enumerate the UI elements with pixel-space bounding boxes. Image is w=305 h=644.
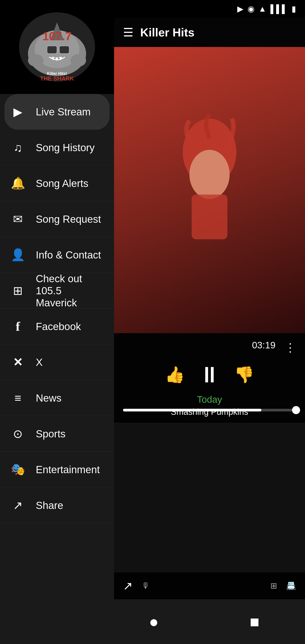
menu-label-share: Share — [36, 499, 63, 512]
menu-label-news: News — [36, 392, 62, 404]
svg-point-1 — [190, 150, 230, 199]
station-logo: Killer Hits! 107.7 THE SHARK — [14, 7, 100, 87]
progress-thumb[interactable] — [292, 406, 300, 414]
menu-label-check-maverick: Check out 105.5 Maverick — [36, 272, 105, 309]
menu-label-song-request: Song Request — [36, 213, 101, 225]
menu-item-news[interactable]: ≡News — [0, 380, 114, 416]
menu-icon-song-history: ♫ — [9, 139, 27, 156]
hamburger-icon[interactable]: ☰ — [123, 26, 134, 39]
menu-item-song-alerts[interactable]: 🔔Song Alerts — [0, 166, 114, 201]
menu-icon-share: ↗ — [9, 496, 27, 514]
menu-icon-news: ≡ — [9, 389, 27, 407]
svg-point-13 — [28, 54, 44, 67]
menu-icon-x-twitter: ✕ — [9, 353, 27, 371]
menu-list: ▶Live Stream♫Song History🔔Song Alerts✉So… — [0, 94, 114, 523]
location-icon: ◉ — [248, 4, 254, 14]
menu-item-x-twitter[interactable]: ✕X — [0, 344, 114, 380]
menu-label-song-history: Song History — [36, 142, 94, 154]
logo-container: Killer Hits! 107.7 THE SHARK — [14, 7, 100, 87]
menu-icon-facebook: f — [9, 318, 27, 336]
video-person — [114, 47, 305, 333]
share-icon[interactable]: ↗ — [123, 579, 133, 592]
grid-icon[interactable]: ⊞ — [270, 581, 277, 590]
recents-button[interactable]: ■ — [250, 612, 260, 631]
menu-item-entertainment[interactable]: 🎭Entertainment — [0, 452, 114, 488]
menu-item-facebook[interactable]: fFacebook — [0, 308, 114, 344]
menu-icon-song-request: ✉ — [9, 210, 27, 228]
app-header: ☰ Killer Hits — [114, 18, 305, 47]
menu-icon-check-maverick: ⊞ — [9, 282, 27, 300]
player-area: 03:19 ⋮ 👍 ⏸ 👎 Today Smashing Pumpkins — [114, 333, 305, 422]
podcast-icon[interactable]: 🎙 — [142, 581, 150, 590]
home-button[interactable]: ● — [149, 612, 159, 631]
pause-button[interactable]: ⏸ — [198, 362, 221, 388]
player-controls: 👍 ⏸ 👎 — [123, 362, 296, 388]
drawer-overlay: Killer Hits! 107.7 THE SHARK ▶Live Strea… — [0, 0, 114, 644]
menu-item-info-contact[interactable]: 👤Info & Contact — [0, 237, 114, 273]
player-today-label: Today — [123, 394, 296, 405]
more-options-button[interactable]: ⋮ — [284, 341, 296, 354]
svg-text:107.7: 107.7 — [42, 30, 72, 43]
svg-rect-2 — [192, 194, 228, 239]
menu-icon-info-contact: 👤 — [9, 246, 27, 264]
player-progress-bar[interactable] — [123, 409, 296, 412]
bottom-bar: ↗ 🎙 ⊞ 📇 — [114, 572, 305, 599]
menu-label-live-stream: Live Stream — [36, 106, 90, 118]
contact-card-icon[interactable]: 📇 — [286, 581, 296, 590]
menu-item-check-maverick[interactable]: ⊞Check out 105.5 Maverick — [0, 273, 114, 308]
menu-item-live-stream[interactable]: ▶Live Stream — [4, 94, 110, 130]
player-song-info: Today Smashing Pumpkins — [123, 394, 296, 417]
menu-icon-song-alerts: 🔔 — [9, 174, 27, 192]
status-icons: ▶ ◉ ▲ ▌▌▌ ▮ — [237, 4, 296, 14]
menu-item-sports[interactable]: ⊙Sports — [0, 416, 114, 452]
menu-icon-live-stream: ▶ — [9, 103, 27, 121]
player-time: 03:19 — [252, 340, 276, 350]
thumbsdown-button[interactable]: 👎 — [234, 365, 254, 384]
menu-label-x-twitter: X — [36, 356, 43, 368]
menu-icon-entertainment: 🎭 — [9, 461, 27, 478]
svg-rect-7 — [47, 46, 57, 54]
video-area — [114, 47, 305, 333]
battery-icon: ▮ — [292, 4, 296, 14]
menu-label-facebook: Facebook — [36, 320, 81, 332]
menu-item-song-request[interactable]: ✉Song Request — [0, 201, 114, 237]
logo-area: Killer Hits! 107.7 THE SHARK — [0, 0, 114, 94]
menu-label-info-contact: Info & Contact — [36, 249, 101, 261]
thumbsup-button[interactable]: 👍 — [165, 365, 185, 384]
menu-item-song-history[interactable]: ♫Song History — [0, 130, 114, 166]
signal-icon: ▌▌▌ — [270, 4, 288, 14]
menu-label-entertainment: Entertainment — [36, 464, 100, 476]
menu-icon-sports: ⊙ — [9, 425, 27, 443]
menu-item-share[interactable]: ↗Share — [0, 488, 114, 523]
menu-label-song-alerts: Song Alerts — [36, 177, 88, 190]
svg-point-14 — [70, 54, 86, 67]
person-visual — [165, 112, 254, 268]
player-progress-fill — [123, 409, 262, 412]
svg-text:THE SHARK: THE SHARK — [40, 75, 74, 82]
play-status-icon: ▶ — [237, 4, 244, 14]
header-title: Killer Hits — [140, 26, 194, 39]
menu-label-sports: Sports — [36, 428, 66, 440]
svg-rect-8 — [59, 46, 69, 54]
wifi-icon: ▲ — [258, 4, 266, 14]
